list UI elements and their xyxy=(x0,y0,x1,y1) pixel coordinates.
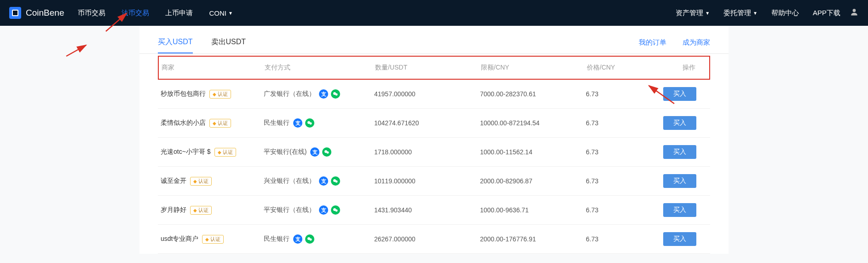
buy-button[interactable]: 买入 xyxy=(663,116,696,130)
table-row: 诚至金开◆认证兴业银行（在线）支10119.0000002000.00-8290… xyxy=(158,167,710,196)
diamond-icon: ◆ xyxy=(205,237,209,242)
verify-label: 认证 xyxy=(210,236,220,243)
table-header: 商家 支付方式 数量/USDT 限额/CNY 价格/CNY 操作 xyxy=(158,56,710,80)
nav-right-item-2[interactable]: 帮助中心 xyxy=(771,9,799,18)
buy-button[interactable]: 买入 xyxy=(663,87,696,101)
nav-item-2[interactable]: 上币申请 xyxy=(165,9,193,18)
price-cell: 6.73 xyxy=(586,119,648,127)
tabs-row: 买入USDT卖出USDT 我的订单成为商家 xyxy=(139,26,729,54)
svg-point-0 xyxy=(853,9,856,12)
buy-button[interactable]: 买入 xyxy=(663,174,696,188)
tab-links: 我的订单成为商家 xyxy=(639,38,710,53)
wechat-icon xyxy=(331,89,340,99)
alipay-icon: 支 xyxy=(293,118,302,128)
verify-label: 认证 xyxy=(198,178,208,185)
merchant-name: 秒放币包包商行 xyxy=(161,90,206,97)
table-row: 岁月静好◆认证平安银行（在线）支1431.9034401000.00-9636.… xyxy=(158,196,710,225)
header-payment: 支付方式 xyxy=(265,64,375,72)
main-content: 买入USDT卖出USDT 我的订单成为商家 商家 支付方式 数量/USDT 限额… xyxy=(139,26,729,254)
tab-1[interactable]: 卖出USDT xyxy=(211,37,246,53)
annotation-arrow-icon xyxy=(65,42,91,60)
table-row: 光速otc~小宇哥 $◆认证平安银行(在线)支1718.0000001000.0… xyxy=(158,138,710,167)
svg-point-4 xyxy=(336,94,338,96)
brand-name: CoinBene xyxy=(26,8,64,18)
wechat-icon xyxy=(305,234,314,244)
buy-button[interactable]: 买入 xyxy=(663,145,696,159)
table-row: 柔情似水的小店◆认证民生银行支104274.67162010000.00-872… xyxy=(158,109,710,138)
nav-item-0[interactable]: 币币交易 xyxy=(78,9,105,18)
svg-point-6 xyxy=(310,123,312,125)
amount-cell: 26267.000000 xyxy=(374,235,480,243)
diamond-icon: ◆ xyxy=(213,92,216,97)
caret-down-icon: ▼ xyxy=(705,11,710,16)
tab-link-1[interactable]: 成为商家 xyxy=(683,38,710,53)
merchant-name: 光速otc~小宇哥 $ xyxy=(161,148,211,155)
verify-badge: ◆认证 xyxy=(190,206,212,215)
nav-right-item-0[interactable]: 资产管理▼ xyxy=(676,9,710,18)
wechat-icon xyxy=(305,118,314,128)
diamond-icon: ◆ xyxy=(193,179,197,184)
header-merchant: 商家 xyxy=(159,64,265,72)
price-cell: 6.73 xyxy=(586,148,648,156)
amount-cell: 1718.000000 xyxy=(374,148,480,156)
limit-cell: 1000.00-11562.14 xyxy=(480,148,586,156)
merchant-name: 诚至金开 xyxy=(161,177,186,184)
amount-cell: 104274.671620 xyxy=(374,119,480,127)
verify-label: 认证 xyxy=(218,120,228,127)
verify-label: 认证 xyxy=(223,149,233,156)
main-nav: 币币交易法币交易上币申请CONI▼ xyxy=(78,9,676,18)
verify-badge: ◆认证 xyxy=(209,90,231,99)
diamond-icon: ◆ xyxy=(213,121,216,126)
tab-0[interactable]: 买入USDT xyxy=(158,37,193,53)
limit-cell: 2000.00-176776.91 xyxy=(480,235,586,243)
amount-cell: 41957.000000 xyxy=(374,90,480,98)
logo-icon xyxy=(9,7,21,19)
payment-method: 兴业银行（在线） xyxy=(264,177,315,185)
price-cell: 6.73 xyxy=(586,206,648,214)
alipay-icon: 支 xyxy=(319,176,328,186)
amount-cell: 1431.903440 xyxy=(374,206,480,214)
nav-right-item-3[interactable]: APP下载 xyxy=(813,9,840,18)
logo[interactable]: CoinBene xyxy=(9,7,64,19)
tabs: 买入USDT卖出USDT xyxy=(158,37,639,53)
nav-right-item-1[interactable]: 委托管理▼ xyxy=(723,9,758,18)
payment-method: 广发银行（在线） xyxy=(264,90,315,98)
table-row: 秒放币包包商行◆认证广发银行（在线）支41957.0000007000.00-2… xyxy=(158,80,710,109)
limit-cell: 7000.00-282370.61 xyxy=(480,90,586,98)
header-limit: 限额/CNY xyxy=(481,64,587,72)
verify-badge: ◆认证 xyxy=(209,119,231,128)
verify-label: 认证 xyxy=(198,207,208,214)
svg-point-12 xyxy=(336,210,338,212)
amount-cell: 10119.000000 xyxy=(374,177,480,185)
nav-item-1[interactable]: 法币交易 xyxy=(122,9,149,18)
nav-item-3[interactable]: CONI▼ xyxy=(209,9,232,18)
price-cell: 6.73 xyxy=(586,235,648,243)
alipay-icon: 支 xyxy=(293,234,302,244)
wechat-icon xyxy=(331,205,340,215)
verify-badge: ◆认证 xyxy=(214,148,236,157)
top-header: CoinBene 币币交易法币交易上币申请CONI▼ 资产管理▼委托管理▼帮助中… xyxy=(0,0,868,26)
svg-point-8 xyxy=(327,152,329,154)
buy-button[interactable]: 买入 xyxy=(663,203,696,217)
header-amount: 数量/USDT xyxy=(375,64,481,72)
verify-badge: ◆认证 xyxy=(190,177,212,186)
tab-link-0[interactable]: 我的订单 xyxy=(639,38,666,53)
merchant-name: 岁月静好 xyxy=(161,206,186,213)
buy-button[interactable]: 买入 xyxy=(663,232,696,246)
payment-method: 民生银行 xyxy=(264,235,289,243)
limit-cell: 1000.00-9636.71 xyxy=(480,206,586,214)
table: 商家 支付方式 数量/USDT 限额/CNY 价格/CNY 操作 秒放币包包商行… xyxy=(139,56,729,254)
limit-cell: 10000.00-872194.54 xyxy=(480,119,586,127)
alipay-icon: 支 xyxy=(310,147,319,157)
svg-point-10 xyxy=(336,181,338,183)
merchant-name: 柔情似水的小店 xyxy=(161,119,206,126)
limit-cell: 2000.00-82906.87 xyxy=(480,177,586,185)
payment-method: 平安银行（在线） xyxy=(264,206,315,214)
table-row: usdt专业商户◆认证民生银行支26267.0000002000.00-1767… xyxy=(158,225,710,254)
svg-point-14 xyxy=(310,239,312,241)
caret-down-icon: ▼ xyxy=(228,11,233,16)
user-icon[interactable] xyxy=(850,7,859,19)
verify-label: 认证 xyxy=(218,91,228,98)
header-price: 价格/CNY xyxy=(587,64,649,72)
nav-right: 资产管理▼委托管理▼帮助中心APP下载 xyxy=(676,9,840,18)
